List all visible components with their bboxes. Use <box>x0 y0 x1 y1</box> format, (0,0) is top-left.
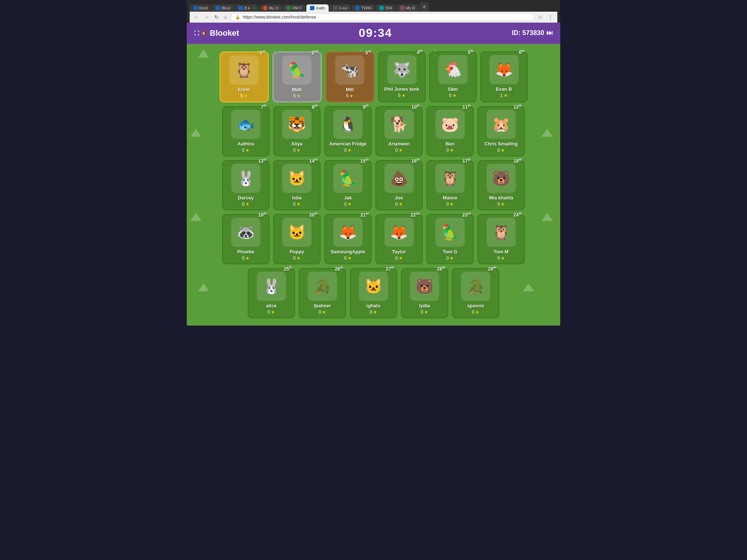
player-card: 28th 🐻 lydia 0 ★ <box>401 268 448 318</box>
player-name: Taylor <box>392 249 406 254</box>
tab-new[interactable]: + <box>419 2 429 12</box>
game-timer: 09:34 <box>359 26 392 40</box>
player-card: 18th 🐻 Mia khalifa 0 ★ <box>477 160 525 210</box>
expand-icon[interactable]: ⛶ <box>194 30 199 36</box>
player-card: 11th 🐷 Ben 0 ★ <box>426 106 474 156</box>
player-score: 0 ★ <box>242 202 250 207</box>
player-name: Mia khalifa <box>489 195 513 201</box>
blooket-logo: ⛶ 🔇 Blooket <box>194 28 239 38</box>
player-card: 6th 🦊 Evan B 1 ★ <box>480 51 528 102</box>
star-icon: ★ <box>399 202 403 207</box>
player-name: Matt <box>292 87 302 92</box>
menu-button[interactable]: ⋮ <box>546 13 554 21</box>
rank-badge: 15th <box>360 158 369 164</box>
blooket-app: ⛶ 🔇 Blooket 09:34 ID: 573830 ⏭ 1st 🦉 Eri… <box>187 23 560 326</box>
url-text: https://www.blooket.com/host/defense <box>243 15 316 20</box>
refresh-button[interactable]: ↻ <box>213 13 220 21</box>
tab-myd[interactable]: My D <box>259 4 282 12</box>
player-card: 22nd 🦊 Taylor 0 ★ <box>375 214 423 264</box>
rank-badge: 2nd <box>311 50 318 55</box>
tab-myr[interactable]: My R <box>396 4 419 12</box>
player-name: Erinn <box>238 87 250 92</box>
forward-button[interactable]: → <box>203 13 211 21</box>
rank-badge: 24th <box>514 212 522 218</box>
player-name: Tom M <box>494 249 509 254</box>
address-bar[interactable]: 🔒 https://www.blooket.com/host/defense <box>231 13 534 21</box>
player-score: 0 ★ <box>395 256 403 261</box>
player-score: 0 ★ <box>446 202 454 207</box>
logo-icons: ⛶ 🔇 <box>194 30 207 36</box>
player-name: Isba <box>292 195 302 201</box>
rank-badge: 1st <box>260 50 265 55</box>
avatar: 🦊 <box>333 218 363 247</box>
star-icon: ★ <box>373 310 377 315</box>
players-grid: 1st 🦉 Erinn 5 ★ 2nd 🦜 Matt 5 ★ 3rd 🐄 Mil… <box>198 51 549 318</box>
star-icon: ★ <box>501 256 505 261</box>
player-score: 0 ★ <box>293 148 301 153</box>
tab-blool-1[interactable]: blool <box>190 4 211 12</box>
rank-badge: 11th <box>462 104 471 110</box>
player-card: 10th 🐕 Arianwen 0 ★ <box>375 106 423 156</box>
player-name: Sâm <box>448 86 458 92</box>
player-card: 12th 🐹 Chris Smalling 0 ★ <box>477 106 525 156</box>
tab-594[interactable]: 594 <box>376 4 395 12</box>
tab-twin[interactable]: TWIN <box>352 4 375 12</box>
tab-b[interactable]: B k × <box>235 4 259 12</box>
rank-badge: 21st <box>361 212 369 218</box>
rank-badge: 7th <box>261 104 267 110</box>
player-card: 23rd 🦜 Tom G 0 ★ <box>426 214 474 264</box>
star-icon: ★ <box>475 310 479 315</box>
player-score: 0 ★ <box>344 256 352 261</box>
player-card: 25th 🐰 alice 0 ★ <box>248 268 295 318</box>
star-icon: ★ <box>348 148 352 153</box>
player-card: 7th 🐟 Aathira 0 ★ <box>222 106 270 156</box>
player-name: alice <box>266 303 277 308</box>
bookmark-button[interactable]: ☆ <box>537 13 544 21</box>
rank-badge: 17th <box>462 158 471 164</box>
avatar: 🐄 <box>335 55 364 85</box>
rank-badge: 18th <box>514 158 522 164</box>
player-name: Poppy <box>290 249 304 254</box>
avatar: 🦊 <box>384 218 414 247</box>
player-card: 5th 🐔 Sâm 5 ★ <box>429 51 477 102</box>
player-name: Ben <box>446 141 455 147</box>
player-card: 24th 🦉 Tom M 0 ★ <box>477 214 525 264</box>
star-icon: ★ <box>271 310 275 315</box>
player-score: 0 ★ <box>498 256 505 261</box>
back-button[interactable]: ← <box>193 13 201 21</box>
game-area: 1st 🦉 Erinn 5 ★ 2nd 🦜 Matt 5 ★ 3rd 🐄 Mil… <box>187 44 560 326</box>
mute-icon[interactable]: 🔇 <box>201 30 207 36</box>
rank-badge: 10th <box>411 104 420 110</box>
avatar: 🦉 <box>229 55 259 85</box>
logo-text: Blooket <box>210 28 239 38</box>
player-score: 5 ★ <box>449 93 457 98</box>
star-icon: ★ <box>349 93 353 98</box>
player-name: Chris Smalling <box>484 141 518 147</box>
star-icon: ★ <box>297 202 301 207</box>
avatar: 🦊 <box>489 55 519 84</box>
tab-rmf[interactable]: RM F <box>283 4 306 12</box>
blooket-header: ⛶ 🔇 Blooket 09:34 ID: 573830 ⏭ <box>187 23 560 44</box>
rank-badge: 23rd <box>462 212 471 218</box>
player-score: 0 ★ <box>421 310 429 315</box>
rank-badge: 27th <box>386 266 394 272</box>
avatar: 🐧 <box>333 110 363 139</box>
tab-math[interactable]: math <box>306 4 328 12</box>
player-card: 1st 🦉 Erinn 5 ★ <box>220 51 269 102</box>
home-button[interactable]: ⌂ <box>222 13 228 21</box>
skip-icon[interactable]: ⏭ <box>546 29 553 37</box>
player-name: Phoebe <box>237 249 255 254</box>
tab-blool-2[interactable]: Blool <box>212 4 234 12</box>
player-card: 26th 🐊 fpalmer 0 ★ <box>299 268 346 318</box>
avatar: 🦜 <box>333 164 363 193</box>
star-icon: ★ <box>501 202 505 207</box>
tab-3sul[interactable]: 3-sul <box>329 4 351 12</box>
star-icon: ★ <box>453 93 457 98</box>
rank-badge: 3rd <box>365 50 371 55</box>
avatar: 🐱 <box>359 272 388 301</box>
rank-badge: 6th <box>519 49 525 55</box>
player-name: American Fridge <box>329 141 367 147</box>
player-score: 5 ★ <box>240 93 248 98</box>
star-icon: ★ <box>348 256 352 261</box>
player-score: 0 ★ <box>395 148 403 153</box>
